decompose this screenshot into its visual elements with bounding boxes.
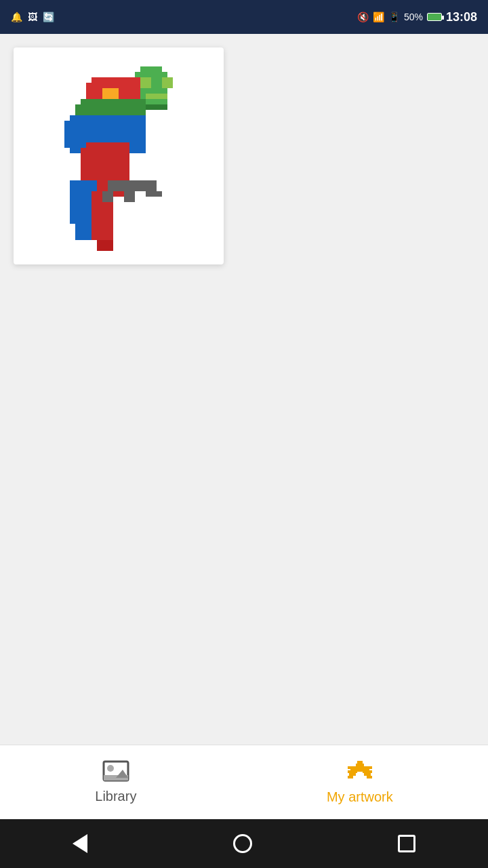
image-status-icon: 🖼	[28, 12, 37, 22]
svg-rect-32	[348, 770, 357, 773]
my-artwork-label: My artwork	[327, 789, 393, 805]
data-icon: 📱	[388, 12, 400, 22]
svg-rect-13	[64, 121, 75, 148]
svg-rect-33	[363, 770, 372, 773]
bottom-nav: Library My artwork	[0, 745, 488, 819]
svg-rect-29	[356, 764, 364, 766]
status-bar-left: 🔔 🖼 🔄	[11, 12, 54, 22]
svg-rect-3	[140, 77, 151, 88]
svg-rect-19	[97, 240, 113, 251]
svg-rect-9	[102, 88, 119, 99]
svg-rect-21	[102, 191, 113, 202]
mute-icon: 🔇	[357, 12, 369, 22]
svg-rect-22	[124, 191, 135, 202]
svg-rect-28	[357, 761, 363, 764]
svg-rect-1	[140, 66, 162, 72]
status-bar-right: 🔇 📶 📱 50% 13:08	[357, 10, 477, 24]
svg-rect-37	[367, 776, 372, 778]
nav-item-my-artwork[interactable]: My artwork	[300, 753, 420, 812]
svg-rect-5	[146, 94, 167, 99]
svg-rect-23	[146, 191, 162, 197]
android-nav-bar	[0, 819, 488, 868]
back-button[interactable]	[73, 834, 87, 853]
main-content	[0, 34, 488, 745]
nav-item-library[interactable]: Library	[68, 753, 163, 811]
svg-rect-4	[162, 77, 173, 88]
svg-rect-35	[364, 773, 371, 776]
parrot-artwork	[34, 61, 203, 251]
svg-point-26	[107, 765, 114, 772]
notification-icon: 🔔	[11, 12, 22, 22]
library-label: Library	[95, 789, 136, 804]
my-artwork-star-icon	[346, 760, 373, 785]
recents-button[interactable]	[398, 835, 415, 852]
svg-rect-20	[108, 180, 157, 191]
status-time: 13:08	[446, 10, 477, 24]
battery-icon	[427, 13, 442, 21]
artwork-card[interactable]	[14, 47, 224, 264]
sync-icon: 🔄	[43, 12, 54, 22]
svg-rect-7	[86, 83, 97, 99]
svg-rect-36	[348, 776, 353, 778]
svg-marker-27	[116, 770, 128, 778]
svg-rect-17	[75, 224, 92, 240]
home-button[interactable]	[233, 834, 252, 853]
svg-rect-34	[349, 773, 356, 776]
wifi-icon: 📶	[373, 12, 384, 22]
library-icon	[102, 760, 129, 785]
svg-rect-30	[348, 766, 372, 769]
battery-text: 50%	[404, 12, 423, 22]
status-bar: 🔔 🖼 🔄 🔇 📶 📱 50% 13:08	[0, 0, 488, 34]
